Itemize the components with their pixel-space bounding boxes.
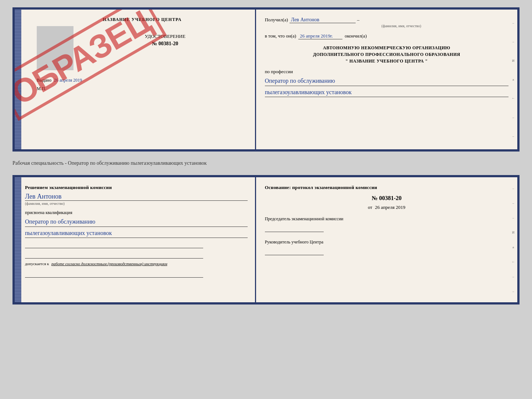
dopusk-area: допускается к работе согласно должностны… (25, 261, 248, 266)
cert-number: № 00381-20 (83, 41, 248, 47)
blank-line-1 (25, 241, 203, 248)
top-cert-right: Получил(а) Лев Антонов – (фамилия, имя, … (256, 10, 517, 149)
udost-label: УДОСТОВЕРЕНИЕ (83, 33, 248, 39)
org-line3: " НАЗВАНИЕ УЧЕБНОГО ЦЕНТРА " (265, 58, 508, 64)
profession-line2: пылегазоулавливающих установок (265, 88, 508, 97)
top-cert-left: НАЗВАНИЕ УЧЕБНОГО ЦЕНТРА УДОСТОВЕРЕНИЕ №… (15, 10, 256, 149)
br-number: № 00381-20 (265, 195, 508, 202)
bottom-cert-right: Основание: протокол экзаменационной коми… (256, 177, 517, 302)
spine-left-decoration (15, 10, 21, 149)
fio-sub: (фамилия, имя, отчество) (294, 24, 508, 28)
poluchil-value: Лев Антонов (290, 17, 356, 23)
top-certificate: НАЗВАНИЕ УЧЕБНОГО ЦЕНТРА УДОСТОВЕРЕНИЕ №… (12, 7, 520, 152)
blank-line-2 (25, 251, 203, 259)
org-line2: ДОПОЛНИТЕЛЬНОГО ПРОФЕССИОНАЛЬНОГО ОБРАЗО… (265, 51, 508, 58)
org-info: АВТОНОМНУЮ НЕКОММЕРЧЕСКУЮ ОРГАНИЗАЦИЮ ДО… (265, 44, 508, 64)
right-side-deco: – – И а ← – – (509, 10, 517, 149)
spine-bottom-left (15, 177, 21, 302)
po-professii-label: по профессии (265, 69, 508, 75)
pred-role: Председатель экзаменационной комиссии (265, 216, 508, 232)
kvali-label: присвоена квалификация (25, 210, 248, 215)
ruk-role: Руководитель учебного Центра (265, 239, 508, 255)
okonchil-label: окончил(а) (345, 33, 367, 39)
org-line1: АВТОНОМНУЮ НЕКОММЕРЧЕСКУЮ ОРГАНИЗАЦИЮ (265, 44, 508, 51)
profession-area: по профессии Оператор по обслуживанию пы… (265, 69, 508, 97)
br-date: от 26 апреля 2019 (265, 204, 508, 210)
ruk-label: Руководитель учебного Центра (265, 239, 508, 245)
osnov-label: Основание: протокол экзаменационной коми… (265, 185, 508, 190)
vtom-row: в том, что он(а) 26 апреля 2019г. окончи… (265, 33, 508, 39)
dopusk-label: допускается к (25, 261, 49, 266)
date-prefix: от (368, 204, 372, 210)
blank-line-3 (25, 270, 203, 278)
school-name-header: НАЗВАНИЕ УЧЕБНОГО ЦЕНТРА (37, 17, 248, 22)
dash1: – (357, 17, 360, 23)
bottom-right-deco: – – – И а ← – – (509, 177, 517, 302)
pred-sig-line (265, 225, 324, 232)
ruk-sig-line (265, 248, 324, 255)
cert-date-area: Выдано 26 апреля 2019 (37, 78, 248, 83)
bottom-fio-label: (фамилия, имя, отчество) (25, 202, 248, 206)
photo-placeholder (37, 26, 73, 70)
mp-label: М.П. (37, 86, 248, 92)
dopusk-value: работе согласно должностным (производств… (51, 261, 167, 266)
vtom-label: в том, что он(а) (265, 33, 296, 39)
profession-line1: Оператор по обслуживанию (265, 76, 508, 86)
vtom-value: 26 апреля 2019г. (298, 33, 342, 39)
bottom-certificate: Решением экзаменационной комиссии Лев Ан… (12, 175, 520, 304)
pred-label: Председатель экзаменационной комиссии (265, 216, 508, 222)
separator-text: Рабочая специальность - Оператор по обсл… (12, 157, 520, 169)
kvali-line1: Оператор по обслуживанию (25, 217, 248, 227)
kvali-line2: пылегазоулавливающих установок (25, 228, 248, 238)
bottom-name: Лев Антонов (25, 193, 248, 201)
date-value: 26 апреля 2019 (54, 78, 82, 83)
bottom-title: Решением экзаменационной комиссии (25, 185, 248, 190)
poluchil-row: Получил(а) Лев Антонов – (265, 17, 508, 23)
poluchil-label: Получил(а) (265, 17, 288, 23)
bottom-cert-left: Решением экзаменационной комиссии Лев Ан… (15, 177, 256, 302)
br-date-value: 26 апреля 2019 (375, 204, 406, 210)
date-label: Выдано (37, 78, 51, 83)
